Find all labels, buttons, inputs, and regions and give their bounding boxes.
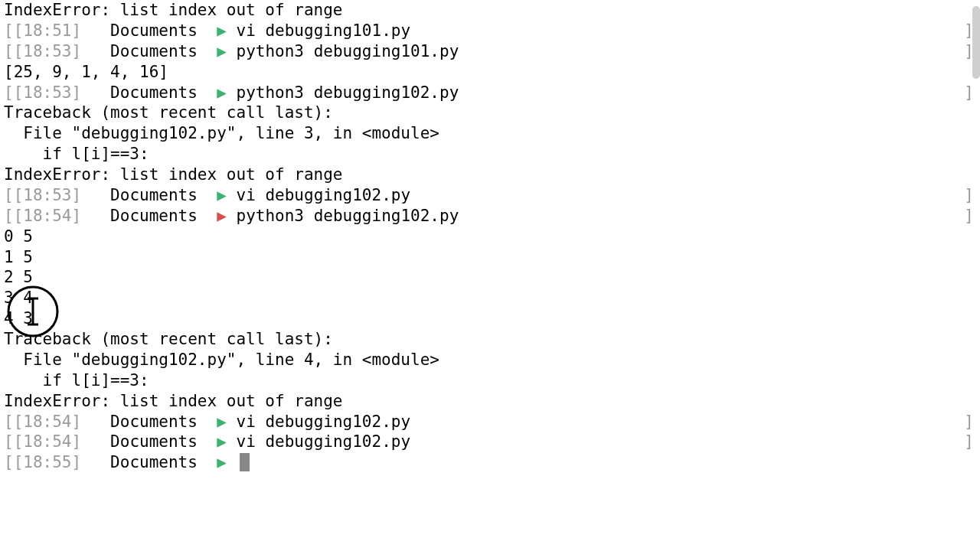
command-text: vi debugging102.py — [237, 186, 411, 204]
prompt-line: [[18:53] Documents ▶ python3 debugging10… — [4, 41, 976, 62]
timestamp: [[18:53] — [4, 186, 81, 204]
command-text: python3 debugging102.py — [237, 83, 459, 102]
right-bracket: ] — [964, 432, 974, 452]
output-line: Traceback (most recent call last): — [4, 329, 976, 350]
timestamp: [[18:53] — [4, 42, 81, 60]
output-line: 4 3 — [4, 308, 976, 329]
prompt-arrow-icon: ▶ — [217, 21, 227, 40]
timestamp: [[18:51] — [4, 21, 81, 40]
output-text: File "debugging102.py", line 3, in <modu… — [4, 124, 439, 142]
output-line: [25, 9, 1, 4, 16] — [4, 62, 976, 83]
timestamp: [[18:53] — [4, 83, 81, 102]
command-text: vi debugging101.py — [237, 21, 411, 40]
output-text: 2 5 — [4, 268, 33, 286]
output-line: IndexError: list index out of range — [4, 391, 976, 412]
prompt-arrow-icon: ▶ — [217, 186, 227, 204]
output-line: File "debugging102.py", line 3, in <modu… — [4, 123, 976, 144]
prompt-arrow-icon: ▶ — [217, 453, 227, 471]
cwd: Documents — [110, 186, 198, 204]
right-bracket: ] — [964, 185, 974, 206]
command-text: vi debugging102.py — [237, 432, 411, 451]
output-line: IndexError: list index out of range — [4, 165, 976, 185]
prompt-line: [[18:53] Documents ▶ vi debugging102.py] — [4, 185, 976, 206]
output-text: IndexError: list index out of range — [4, 1, 343, 19]
right-bracket: ] — [964, 412, 974, 432]
output-line: IndexError: list index out of range — [4, 0, 976, 21]
prompt-line: [[18:54] Documents ▶ vi debugging102.py] — [4, 412, 976, 432]
timestamp: [[18:54] — [4, 412, 81, 431]
output-text: if l[i]==3: — [4, 145, 149, 163]
output-text: [25, 9, 1, 4, 16] — [4, 63, 168, 81]
output-text: 1 5 — [4, 248, 33, 266]
block-cursor[interactable] — [240, 453, 250, 471]
output-line: File "debugging102.py", line 4, in <modu… — [4, 350, 976, 370]
command-text: python3 debugging102.py — [237, 207, 459, 225]
prompt-arrow-icon: ▶ — [217, 207, 227, 225]
prompt-line: [[18:54] Documents ▶ vi debugging102.py] — [4, 432, 976, 452]
prompt-line: [[18:51] Documents ▶ vi debugging101.py] — [4, 21, 976, 41]
cwd: Documents — [110, 21, 198, 40]
cwd: Documents — [110, 432, 198, 451]
output-text: 4 3 — [4, 309, 33, 328]
right-bracket: ] — [964, 83, 974, 103]
prompt-arrow-icon: ▶ — [217, 432, 227, 451]
cwd: Documents — [110, 412, 198, 431]
timestamp: [[18:54] — [4, 432, 81, 451]
cwd: Documents — [110, 42, 198, 60]
timestamp: [[18:54] — [4, 207, 81, 225]
output-line: 0 5 — [4, 227, 976, 247]
output-text: File "debugging102.py", line 4, in <modu… — [4, 350, 439, 369]
prompt-arrow-icon: ▶ — [217, 412, 227, 431]
prompt-arrow-icon: ▶ — [217, 42, 227, 60]
output-text: IndexError: list index out of range — [4, 392, 343, 410]
output-line: 2 5 — [4, 267, 976, 288]
output-line: 1 5 — [4, 247, 976, 268]
prompt-line: [[18:53] Documents ▶ python3 debugging10… — [4, 83, 976, 103]
output-text: if l[i]==3: — [4, 371, 149, 390]
output-line: if l[i]==3: — [4, 370, 976, 391]
command-text: python3 debugging101.py — [237, 42, 459, 60]
timestamp: [[18:55] — [4, 453, 81, 471]
prompt-line: [[18:54] Documents ▶ python3 debugging10… — [4, 206, 976, 227]
cwd: Documents — [110, 207, 198, 225]
prompt-line: [[18:55] Documents ▶ — [4, 452, 976, 473]
output-text: IndexError: list index out of range — [4, 165, 343, 184]
output-text: Traceback (most recent call last): — [4, 103, 333, 122]
right-bracket: ] — [964, 206, 974, 227]
output-text: 3 4 — [4, 289, 33, 307]
scrollbar-thumb[interactable] — [972, 6, 980, 79]
command-text: vi debugging102.py — [237, 412, 411, 431]
output-line: 3 4 — [4, 288, 976, 308]
output-text: 0 5 — [4, 227, 33, 246]
output-line: Traceback (most recent call last): — [4, 103, 976, 123]
terminal-viewport[interactable]: IndexError: list index out of range[[18:… — [4, 0, 976, 473]
prompt-arrow-icon: ▶ — [217, 83, 227, 102]
cwd: Documents — [110, 453, 198, 471]
cwd: Documents — [110, 83, 198, 102]
output-line: if l[i]==3: — [4, 144, 976, 165]
output-text: Traceback (most recent call last): — [4, 330, 333, 348]
